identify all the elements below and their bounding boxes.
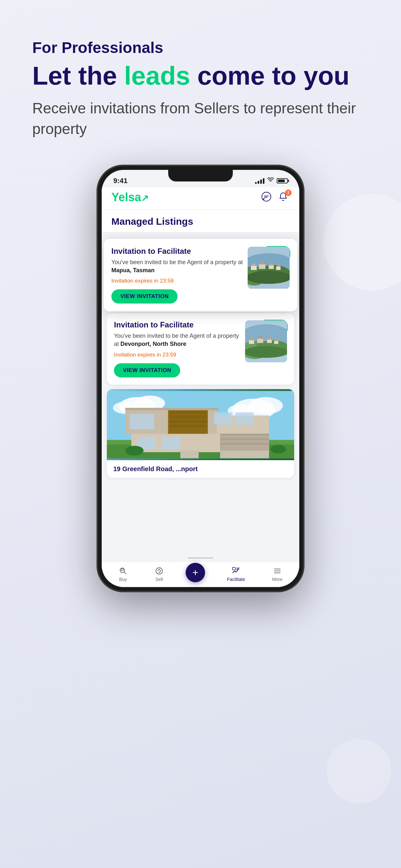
logo-arrow: ↗ <box>141 193 149 203</box>
for-professionals-label: For Professionals <box>32 39 369 57</box>
svg-rect-49 <box>220 434 269 435</box>
property-image-hills-2 <box>245 320 287 362</box>
svg-point-55 <box>125 445 144 455</box>
bg-decoration2 <box>327 739 391 803</box>
svg-rect-44 <box>214 412 233 425</box>
nav-label-more: More <box>272 577 282 582</box>
headline: Let the leads come to you <box>32 62 369 90</box>
page-wrapper: For Professionals Let the leads come to … <box>0 0 401 868</box>
nav-label-buy: Buy <box>119 577 127 582</box>
svg-rect-25 <box>274 341 278 344</box>
notification-badge: 2 <box>285 190 291 196</box>
svg-rect-43 <box>130 414 154 429</box>
facilitate-icon <box>232 566 241 576</box>
headline-part2: come to you <box>190 61 349 90</box>
more-icon <box>273 566 282 576</box>
svg-rect-51 <box>220 443 269 444</box>
sell-icon <box>155 566 164 576</box>
svg-rect-23 <box>267 340 272 343</box>
buy-icon <box>119 566 127 576</box>
card2-content: NEW Invitation to Facilitate You've been… <box>114 320 287 377</box>
property-card: 19 Greenfield Road, ...nport <box>107 389 294 478</box>
battery-fill <box>278 180 285 182</box>
floating-card-content: NEW Invitation to Facilitate You've been… <box>112 247 289 304</box>
svg-rect-21 <box>257 339 263 343</box>
svg-rect-50 <box>220 438 269 440</box>
view-invitation-button-floating[interactable]: VIEW INVITATION <box>112 289 178 304</box>
svg-point-5 <box>248 271 289 284</box>
scroll-indicator <box>188 557 213 559</box>
bell-icon[interactable]: 2 <box>278 191 289 203</box>
svg-rect-40 <box>169 415 206 418</box>
svg-rect-10 <box>269 266 274 269</box>
inv-location-floating: Mapua, Tasman <box>112 267 155 274</box>
nav-item-more[interactable]: More <box>267 564 288 585</box>
svg-rect-47 <box>162 437 181 449</box>
svg-rect-53 <box>125 407 219 410</box>
card2-text: NEW Invitation to Facilitate You've been… <box>114 320 245 377</box>
battery-icon <box>277 178 288 183</box>
property-image-hills-1 <box>248 247 289 289</box>
chat-icon[interactable] <box>261 191 273 203</box>
nav-fab-plus-icon: + <box>192 567 198 578</box>
headline-part1: Let the <box>32 61 124 90</box>
inv-body-2: You've been invited to be the Agent of a… <box>114 332 242 348</box>
inv-location-2: Devonport, North Shore <box>120 341 186 347</box>
yelsa-logo: Yelsa↗ <box>112 190 149 204</box>
signal-bar-1 <box>255 182 257 184</box>
svg-rect-52 <box>220 451 269 458</box>
svg-rect-42 <box>169 425 206 428</box>
signal-bar-3 <box>260 180 262 184</box>
status-icons <box>255 177 288 184</box>
nav-item-facilitate[interactable]: Facilitate <box>222 564 250 585</box>
signal-bar-2 <box>258 181 259 184</box>
app-header: Yelsa↗ <box>102 187 299 210</box>
nav-label-facilitate: Facilitate <box>227 577 245 582</box>
headline-green: leads <box>124 61 190 90</box>
phone-mockup: 9:41 <box>97 165 304 592</box>
app-content: NEW Invitation to Facilitate You've been… <box>102 232 299 557</box>
page-title: Managed Listings <box>112 216 289 227</box>
bottom-nav: Buy Sell <box>102 561 299 587</box>
view-invitation-button-2[interactable]: VIEW INVITATION <box>114 363 180 377</box>
property-image <box>107 389 294 460</box>
logo-text: Yelsa <box>112 190 141 204</box>
signal-bar-4 <box>263 178 265 184</box>
inv-body-part1-floating: You've been invited to be the Agent of a… <box>112 259 243 266</box>
phone-screen: 9:41 <box>102 170 299 587</box>
invitation-card-2: NEW Invitation to Facilitate You've been… <box>107 313 294 384</box>
nav-label-sell: Sell <box>155 577 163 582</box>
status-time: 9:41 <box>113 177 127 185</box>
svg-point-18 <box>245 346 287 358</box>
nav-item-buy[interactable]: Buy <box>113 564 133 585</box>
header-section: For Professionals Let the leads come to … <box>26 39 375 140</box>
page-title-bar: Managed Listings <box>102 210 299 232</box>
svg-rect-19 <box>249 340 254 344</box>
wifi-icon <box>267 177 274 184</box>
property-address: 19 Greenfield Road, ...nport <box>113 465 288 473</box>
phone-container: 9:41 <box>26 165 375 592</box>
svg-rect-6 <box>251 266 257 270</box>
svg-rect-8 <box>259 265 266 269</box>
floating-card-text: NEW Invitation to Facilitate You've been… <box>112 247 248 304</box>
inv-body-floating: You've been invited to be the Agent of a… <box>112 258 244 275</box>
svg-rect-60 <box>233 567 235 570</box>
signal-bars-icon <box>255 178 265 184</box>
invitation-card-floating: NEW Invitation to Facilitate You've been… <box>104 239 297 311</box>
svg-rect-41 <box>169 420 206 423</box>
svg-rect-12 <box>276 267 281 270</box>
header-icons: 2 <box>261 191 289 203</box>
inv-title-2: Invitation to Facilitate <box>114 320 242 330</box>
svg-rect-54 <box>180 451 198 458</box>
nav-fab-button[interactable]: + <box>186 563 205 582</box>
nav-item-sell[interactable]: Sell <box>150 564 169 585</box>
subheadline: Receive invitations from Sellers to repr… <box>32 98 369 140</box>
inv-expires-2: Invitation expires in 23:59 <box>114 352 242 358</box>
inv-expires-floating: Invitation expires in 23:59 <box>112 278 244 284</box>
svg-rect-45 <box>235 412 254 425</box>
svg-rect-39 <box>169 411 206 414</box>
phone-notch <box>168 170 233 182</box>
inv-title-floating: Invitation to Facilitate <box>112 247 244 256</box>
property-info: 19 Greenfield Road, ...nport <box>107 460 294 478</box>
nav-fab-container: + <box>186 563 205 585</box>
